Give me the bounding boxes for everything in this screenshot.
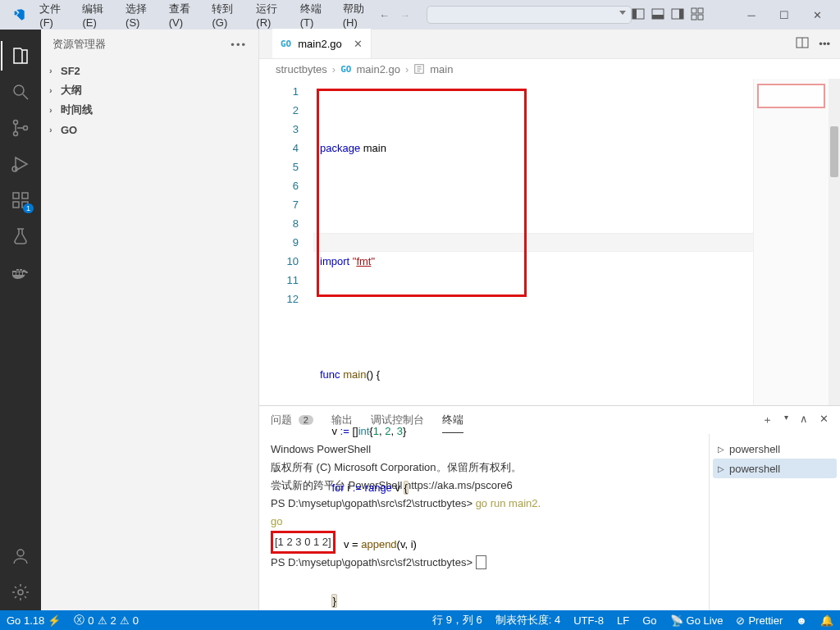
window-close-button[interactable]: ✕ xyxy=(801,3,833,26)
toggle-panel-icon[interactable] xyxy=(651,7,664,23)
terminal-new-icon[interactable]: ＋ xyxy=(762,413,773,427)
title-bar: 文件(F) 编辑(E) 选择(S) 查看(V) 转到(G) 运行(R) 终端(T… xyxy=(0,0,840,30)
tree-outline[interactable]: ›大纲 xyxy=(41,80,258,100)
symbol-icon xyxy=(413,63,425,75)
sidebar-title: 资源管理器 xyxy=(52,37,106,52)
window-minimize-button[interactable]: ─ xyxy=(735,3,768,26)
svg-point-22 xyxy=(18,590,23,595)
sidebar-more-icon[interactable]: ••• xyxy=(231,39,247,51)
svg-point-12 xyxy=(14,121,18,125)
nav-fwd-icon[interactable]: → xyxy=(399,9,410,21)
editor-more-icon[interactable]: ••• xyxy=(819,38,830,50)
menu-help[interactable]: 帮助(H) xyxy=(337,0,379,32)
tree-folder-sf2[interactable]: ›SF2 xyxy=(41,61,258,80)
menu-edit[interactable]: 编辑(E) xyxy=(76,0,118,32)
activity-settings-icon[interactable] xyxy=(1,574,40,610)
menu-bar: 文件(F) 编辑(E) 选择(S) 查看(V) 转到(G) 运行(R) 终端(T… xyxy=(34,0,379,32)
activity-explorer-icon[interactable] xyxy=(1,38,40,74)
activity-debug-icon[interactable] xyxy=(1,146,40,182)
activity-account-icon[interactable] xyxy=(1,538,40,574)
activity-extensions-icon[interactable]: 1 xyxy=(1,182,40,218)
activity-docker-icon[interactable] xyxy=(1,254,40,290)
editor-scrollbar[interactable] xyxy=(829,79,840,405)
split-editor-icon[interactable] xyxy=(796,36,809,52)
tree-go[interactable]: ›GO xyxy=(41,120,258,139)
terminal-dropdown-icon[interactable]: ▾ xyxy=(784,413,788,427)
toggle-primary-sidebar-icon[interactable] xyxy=(632,7,645,23)
activity-scm-icon[interactable] xyxy=(1,110,40,146)
svg-rect-3 xyxy=(652,15,664,19)
svg-rect-1 xyxy=(632,9,637,19)
minimap-preview xyxy=(757,84,825,108)
svg-point-10 xyxy=(14,85,24,95)
panel-tab-debug[interactable]: 调试控制台 xyxy=(371,408,424,432)
status-problems[interactable]: ⓧ0 ⚠2 ⚠0 xyxy=(67,610,145,630)
svg-rect-7 xyxy=(698,8,703,13)
window-maximize-button[interactable]: ☐ xyxy=(768,3,801,26)
menu-select[interactable]: 选择(S) xyxy=(120,0,162,32)
panel-tab-problems[interactable]: 问题 2 xyxy=(271,408,313,432)
minimap[interactable] xyxy=(753,79,829,405)
svg-rect-17 xyxy=(13,193,19,199)
activity-search-icon[interactable] xyxy=(1,74,40,110)
toggle-secondary-sidebar-icon[interactable] xyxy=(671,7,684,23)
go-file-icon: GO xyxy=(340,64,351,75)
nav-back-icon[interactable]: ← xyxy=(379,9,390,21)
menu-view[interactable]: 查看(V) xyxy=(163,0,205,32)
line-gutter: 123456789101112 xyxy=(259,79,313,405)
status-go-version[interactable]: Go 1.18⚡ xyxy=(0,610,67,630)
activity-testing-icon[interactable] xyxy=(1,218,40,254)
customize-layout-icon[interactable] xyxy=(691,7,704,23)
editor-tab-bar: GO main2.go ✕ ••• xyxy=(259,30,840,59)
tab-filename: main2.go xyxy=(298,38,341,50)
status-feedback-icon[interactable]: ☻ xyxy=(789,610,814,630)
panel-close-icon[interactable]: ✕ xyxy=(819,413,829,427)
menu-terminal[interactable]: 终端(T) xyxy=(294,0,336,32)
menu-run[interactable]: 运行(R) xyxy=(250,0,292,32)
panel-tab-output[interactable]: 输出 xyxy=(331,408,353,432)
status-bell-icon[interactable]: 🔔 xyxy=(814,610,840,630)
breadcrumb-file[interactable]: main2.go xyxy=(356,63,399,75)
svg-rect-20 xyxy=(22,193,28,199)
activity-bar: 1 xyxy=(0,30,41,610)
svg-rect-5 xyxy=(679,9,683,19)
breadcrumb-folder[interactable]: structbytes xyxy=(276,63,327,75)
code-editor[interactable]: package main import "fmt" func main() { … xyxy=(313,79,753,405)
svg-point-21 xyxy=(17,550,24,556)
svg-point-14 xyxy=(24,126,28,130)
explorer-sidebar: 资源管理器 ••• ›SF2 ›大纲 ›时间线 ›GO xyxy=(41,30,259,610)
svg-rect-18 xyxy=(13,202,19,208)
svg-rect-9 xyxy=(698,15,703,20)
menu-goto[interactable]: 转到(G) xyxy=(206,0,249,32)
panel-tab-terminal[interactable]: 终端 xyxy=(442,408,463,432)
panel-maximize-icon[interactable]: ∧ xyxy=(800,413,808,427)
svg-rect-8 xyxy=(692,15,696,20)
tree-timeline[interactable]: ›时间线 xyxy=(41,100,258,120)
breadcrumb-symbol[interactable]: main xyxy=(430,63,453,75)
svg-point-13 xyxy=(14,132,18,136)
svg-point-16 xyxy=(12,167,17,171)
breadcrumb[interactable]: structbytes› GOmain2.go› main xyxy=(259,59,840,79)
vscode-logo-icon xyxy=(10,5,27,25)
command-center-search[interactable] xyxy=(427,6,632,24)
go-file-icon: GO xyxy=(281,39,291,49)
svg-line-11 xyxy=(23,94,28,99)
editor-tab-main2[interactable]: GO main2.go ✕ xyxy=(272,29,372,58)
tab-close-icon[interactable]: ✕ xyxy=(354,38,363,50)
svg-rect-6 xyxy=(692,8,696,13)
menu-file[interactable]: 文件(F) xyxy=(34,0,75,32)
current-line-highlight xyxy=(313,233,753,252)
